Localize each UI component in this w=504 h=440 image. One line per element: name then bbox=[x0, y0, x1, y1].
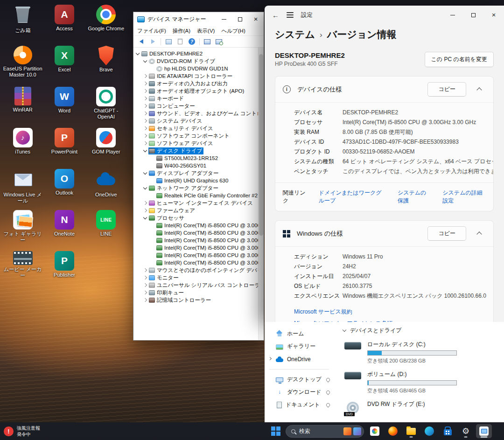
sidebar-item-home[interactable]: ホーム bbox=[265, 328, 334, 340]
chevron-right-icon[interactable] bbox=[143, 141, 148, 146]
desktop-icon-powerpoint[interactable]: PPowerPoint bbox=[43, 126, 85, 167]
tree-item[interactable]: Intel(R) Core(TM) i5-8500 CPU @ 3.00GHz bbox=[133, 251, 258, 259]
desktop-icon-brave[interactable]: Brave bbox=[85, 44, 127, 85]
tree-item[interactable]: IDE ATA/ATAPI コントローラー bbox=[133, 72, 258, 80]
desktop-icon-onenote[interactable]: NOneNote bbox=[43, 208, 85, 249]
tree-item[interactable]: DVD/CD-ROM ドライブ bbox=[133, 57, 258, 65]
tree-item[interactable]: プロセッサ bbox=[133, 214, 258, 222]
chevron-right-icon[interactable] bbox=[143, 74, 148, 79]
chevron-right-icon[interactable] bbox=[143, 126, 148, 131]
related-link[interactable]: ドメインまたはワークグループ bbox=[319, 189, 386, 205]
desktop-icon-easeus[interactable]: EaseUS Partition Master 10.0 bbox=[2, 44, 43, 85]
scrollbar-track[interactable] bbox=[258, 48, 264, 340]
sidebar-item-desktop[interactable]: デスクトップ bbox=[265, 373, 334, 386]
maximize-button[interactable] bbox=[463, 6, 483, 24]
rename-pc-button[interactable]: この PC の名前を変更 bbox=[425, 52, 494, 67]
toolbar-console-tree-button[interactable] bbox=[163, 37, 174, 46]
copy-windows-spec-button[interactable]: コピー bbox=[427, 226, 466, 241]
tree-item[interactable]: ディスプレイ アダプター bbox=[133, 169, 258, 177]
chevron-right-icon[interactable] bbox=[143, 283, 148, 288]
sidebar-item-gallery[interactable]: ギャラリー bbox=[265, 340, 334, 353]
tree-item[interactable]: オーディオ処理オブジェクト (APO) bbox=[133, 87, 258, 95]
tree-item[interactable]: Realtek PCIe GbE Family Controller #2 bbox=[133, 192, 258, 199]
taskbar-app-firefox[interactable] bbox=[385, 424, 401, 438]
start-button[interactable] bbox=[269, 424, 283, 438]
desktop-icon-gom[interactable]: GOM Player bbox=[85, 126, 127, 167]
scrollbar-thumb[interactable] bbox=[259, 54, 263, 236]
chevron-down-icon[interactable] bbox=[135, 51, 140, 56]
chevron-right-icon[interactable] bbox=[143, 298, 148, 303]
tree-item[interactable]: ユニバーサル シリアル バス コントローラー bbox=[133, 281, 258, 289]
menu-item[interactable]: 表示(V) bbox=[197, 28, 215, 35]
taskbar-app-file-explorer[interactable] bbox=[403, 424, 419, 438]
chevron-right-icon[interactable] bbox=[143, 268, 148, 273]
drive-item[interactable]: DVDDVD RW ドライブ (E:) bbox=[343, 400, 504, 415]
desktop-icon-word[interactable]: WWord bbox=[43, 85, 85, 126]
weather-alert-widget[interactable]: ! 強風注意報 発令中 bbox=[4, 422, 40, 440]
tree-item[interactable]: ST500LM023-1RR152 bbox=[133, 154, 258, 162]
settings-titlebar[interactable]: ← 設定 bbox=[265, 6, 504, 24]
tree-item[interactable]: Intel(R) Core(TM) i5-8500 CPU @ 3.00GHz bbox=[133, 244, 258, 251]
breadcrumb-system[interactable]: システム bbox=[275, 28, 315, 41]
menu-item[interactable]: ヘルプ(H) bbox=[221, 28, 245, 35]
tree-item[interactable]: Intel(R) UHD Graphics 630 bbox=[133, 177, 258, 184]
navigation-menu-button[interactable] bbox=[287, 12, 294, 18]
desktop-icon-publisher[interactable]: PPublisher bbox=[43, 249, 85, 290]
chevron-right-icon[interactable] bbox=[143, 133, 148, 139]
chevron-right-icon[interactable] bbox=[143, 201, 148, 206]
taskbar-app-settings[interactable] bbox=[458, 424, 474, 438]
tree-item[interactable]: モニター bbox=[133, 274, 258, 281]
drive-item[interactable]: ローカル ディスク (C:)空き領域 200 GB/238 GB bbox=[343, 341, 504, 364]
chevron-right-icon[interactable] bbox=[143, 96, 148, 101]
tree-item[interactable]: Intel(R) Core(TM) i5-8500 CPU @ 3.00GHz bbox=[133, 237, 258, 244]
chevron-down-icon[interactable] bbox=[143, 186, 148, 191]
desktop-icon-movie-maker[interactable]: ムービー メーカー bbox=[2, 249, 43, 290]
tree-item[interactable]: マウスとそのほかのポインティング デバイス bbox=[133, 266, 258, 274]
chevron-right-icon[interactable] bbox=[143, 104, 148, 109]
chevron-right-icon[interactable] bbox=[143, 208, 148, 213]
chevron-down-icon[interactable] bbox=[143, 148, 148, 154]
tree-item[interactable]: W400-256GSY01 bbox=[133, 162, 258, 169]
toolbar-properties-button[interactable] bbox=[175, 37, 185, 46]
menu-item[interactable]: 操作(A) bbox=[173, 28, 190, 35]
toolbar-scan-hardware-button[interactable] bbox=[214, 37, 224, 46]
toolbar-back-button[interactable] bbox=[136, 37, 147, 46]
desktop-icon-chrome[interactable]: Google Chrome bbox=[85, 3, 127, 44]
copy-device-spec-button[interactable]: コピー bbox=[427, 82, 466, 97]
chevron-right-icon[interactable] bbox=[143, 275, 148, 280]
device-spec-header[interactable]: デバイスの仕様 コピー bbox=[275, 77, 493, 102]
tree-item[interactable]: ファームウェア bbox=[133, 207, 258, 214]
desktop-icon-onedrive[interactable]: OneDrive bbox=[85, 167, 127, 208]
desktop-icon-photo-gallery[interactable]: フォト ギャラリー bbox=[2, 208, 43, 249]
desktop-icon-line[interactable]: LINELINE bbox=[85, 208, 127, 249]
tree-item[interactable]: 記憶域コントローラー bbox=[133, 296, 258, 304]
minimize-button[interactable] bbox=[216, 12, 232, 26]
chevron-up-icon[interactable] bbox=[476, 231, 482, 237]
chevron-right-icon[interactable] bbox=[143, 290, 148, 295]
desktop-icon-recycle-bin[interactable]: ごみ箱 bbox=[2, 3, 43, 44]
tree-item[interactable]: キーボード bbox=[133, 95, 258, 102]
maximize-button[interactable] bbox=[232, 12, 248, 26]
chevron-down-icon[interactable] bbox=[143, 171, 148, 176]
drive-item[interactable]: ボリューム (D:)空き領域 465 GB/465 GB bbox=[343, 370, 504, 394]
tree-item[interactable]: Intel(R) Core(TM) i5-8500 CPU @ 3.00GHz bbox=[133, 222, 258, 229]
taskbar-app-device-manager[interactable] bbox=[476, 424, 492, 438]
devices-and-drives-header[interactable]: デバイスとドライブ bbox=[343, 327, 504, 335]
tree-item[interactable]: Intel(R) Core(TM) i5-8500 CPU @ 3.00GHz bbox=[133, 259, 258, 266]
desktop-icon-winrar[interactable]: WinRAR bbox=[2, 85, 43, 126]
desktop-icon-itunes[interactable]: iTunes bbox=[2, 126, 43, 167]
tree-item[interactable]: コンピューター bbox=[133, 102, 258, 110]
chevron-down-icon[interactable] bbox=[143, 59, 148, 64]
tree-item[interactable]: ソフトウェア コンポーネント bbox=[133, 132, 258, 140]
chevron-right-icon[interactable] bbox=[143, 89, 148, 94]
back-button[interactable]: ← bbox=[272, 11, 279, 19]
desktop-icon-chatgpt[interactable]: ChatGPT - OpenAI bbox=[85, 85, 127, 126]
sidebar-item-download[interactable]: ダウンロード bbox=[265, 386, 334, 398]
chevron-right-icon[interactable] bbox=[143, 111, 148, 116]
minimize-button[interactable] bbox=[442, 6, 463, 24]
desktop-icon-wlmail[interactable]: Windows Live メール bbox=[2, 167, 43, 208]
search-box[interactable]: 検索 bbox=[286, 425, 364, 438]
windows-spec-header[interactable]: Windows の仕様 コピー bbox=[275, 221, 493, 246]
toolbar-forward-button[interactable] bbox=[148, 37, 158, 46]
chevron-right-icon[interactable] bbox=[143, 81, 148, 86]
